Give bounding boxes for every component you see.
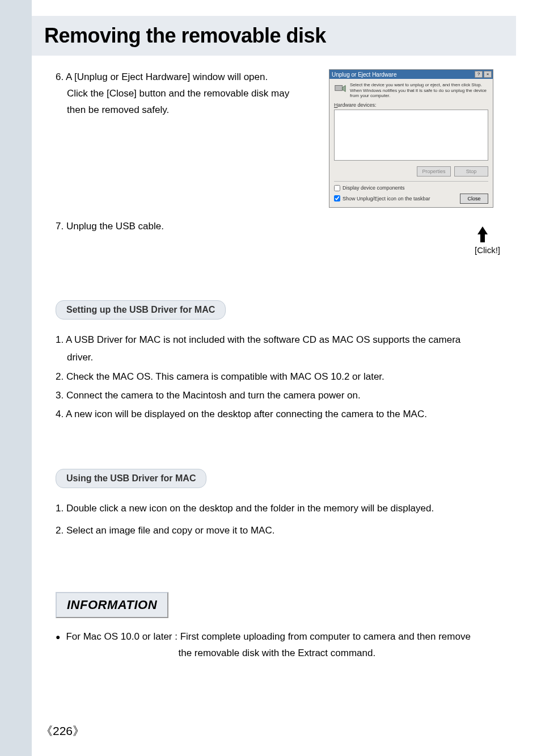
information-list: ● For Mac OS 10.0 or later : First compl…	[56, 628, 499, 662]
svg-rect-0	[335, 86, 343, 91]
dialog-title-text: Unplug or Eject Hardware	[332, 72, 397, 78]
show-icon-label: Show Unplug/Eject icon on the taskbar	[343, 196, 430, 201]
mac-using-item-2: 2. Select an image file and copy or move…	[56, 522, 499, 539]
dialog-help-button[interactable]: ?	[475, 71, 483, 78]
dialog-description-row: Select the device you want to unplug or …	[334, 82, 488, 99]
dialog-description: Select the device you want to unplug or …	[350, 82, 488, 99]
content-area: 6. A [Unplug or Eject Hardware] window w…	[32, 56, 516, 662]
display-components-checkbox-row[interactable]: Display device components	[334, 185, 488, 191]
information-header: INFORMATION	[56, 592, 168, 618]
page-number: 《226》	[41, 723, 84, 739]
step-6-line3: then be removed safely.	[56, 104, 169, 115]
page-title-bar: Removing the removable disk	[32, 16, 516, 56]
step-6: 6. A [Unplug or Eject Hardware] window w…	[56, 69, 320, 119]
mac-using-item-1: 1. Double click a new icon on the deskto…	[56, 499, 499, 517]
dialog-title-buttons: ? ×	[475, 71, 492, 78]
step-6-row: 6. A [Unplug or Eject Hardware] window w…	[56, 69, 499, 232]
step-6-prefix: 6.	[56, 72, 66, 82]
stop-button[interactable]: Stop	[454, 166, 488, 177]
mac-setup-item-1: 1. A USB Driver for MAC is not included …	[56, 331, 499, 367]
dialog-titlebar: Unplug or Eject Hardware ? ×	[329, 70, 493, 79]
step-7-line1: Unplug the USB cable.	[66, 221, 164, 232]
mac-setup-item-2: 2. Check the MAC OS. This camera is comp…	[56, 368, 499, 385]
step-7-prefix: 7.	[56, 221, 66, 232]
step-6-text: 6. A [Unplug or Eject Hardware] window w…	[56, 69, 320, 232]
show-icon-checkbox-row[interactable]: Show Unplug/Eject icon on the taskbar	[334, 195, 430, 201]
page-left-margin	[0, 0, 32, 756]
page-body: Removing the removable disk 6. A [Unplug…	[32, 0, 516, 756]
mac-using-section: Using the USB Driver for MAC 1. Double c…	[56, 469, 499, 540]
mac-setup-list: 1. A USB Driver for MAC is not included …	[56, 331, 499, 423]
unplug-dialog: Unplug or Eject Hardware ? × Select the …	[329, 69, 493, 208]
properties-button[interactable]: Properties	[417, 166, 451, 177]
dialog-close-x-button[interactable]: ×	[484, 71, 492, 78]
step-7: 7. Unplug the USB cable.	[56, 221, 320, 232]
mac-setup-item-4: 4. A new icon will be displayed on the d…	[56, 405, 499, 423]
dialog-action-buttons: Properties Stop	[334, 166, 488, 177]
mac-setup-section: Setting up the USB Driver for MAC 1. A U…	[56, 300, 499, 423]
show-icon-checkbox[interactable]	[334, 195, 340, 201]
page-title: Removing the removable disk	[44, 24, 326, 48]
bullet-icon: ●	[56, 628, 60, 662]
mac-setup-header: Setting up the USB Driver for MAC	[56, 300, 226, 320]
close-button[interactable]: Close	[460, 194, 488, 204]
dialog-body: Select the device you want to unplug or …	[329, 79, 493, 207]
mac-using-list: 1. Double click a new icon on the deskto…	[56, 499, 499, 540]
dialog-separator	[334, 181, 488, 182]
dialog-screenshot: Unplug or Eject Hardware ? × Select the …	[329, 69, 499, 232]
hardware-devices-listbox[interactable]	[334, 110, 488, 161]
information-item: ● For Mac OS 10.0 or later : First compl…	[56, 628, 499, 662]
hardware-icon	[334, 82, 346, 95]
click-annotation: [Click!]	[475, 245, 500, 255]
mac-setup-item-3: 3. Connect the camera to the Macintosh a…	[56, 387, 499, 404]
arrow-up-icon	[477, 226, 488, 245]
mac-using-header: Using the USB Driver for MAC	[56, 469, 206, 488]
hardware-devices-label: Hardware devices:	[334, 102, 488, 108]
display-components-checkbox[interactable]	[334, 185, 340, 191]
display-components-label: Display device components	[343, 185, 405, 191]
step-6-line1: A [Unplug or Eject Hardware] window will…	[66, 72, 268, 82]
step-6-line2: Click the [Close] button and the removab…	[56, 88, 289, 99]
information-text: For Mac OS 10.0 or later : First complet…	[66, 628, 499, 662]
